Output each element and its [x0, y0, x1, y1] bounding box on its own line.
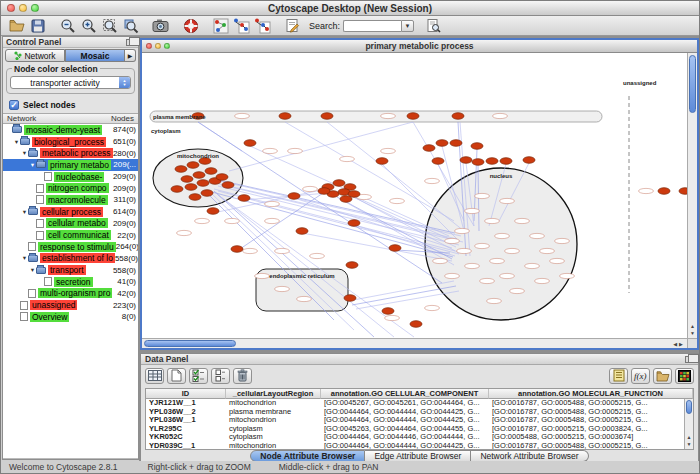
network-node[interactable] [181, 176, 193, 183]
network-node[interactable] [407, 113, 419, 120]
expand-arrow[interactable]: ▼ [13, 139, 20, 145]
table-cell[interactable]: [GO:0016787, GO:0005215, GO:0003824, G..… [489, 425, 693, 434]
tree-row-transport[interactable]: ▼transport558(0) [3, 264, 138, 276]
expand-arrow[interactable]: ▼ [21, 150, 28, 156]
tab-node-attribute-browser[interactable]: Node Attribute Browser [250, 450, 365, 462]
table-row[interactable]: YLR295Ccytoplasm[GO:0045263, GO:0044464,… [146, 425, 693, 434]
network-node[interactable] [382, 308, 394, 315]
network-node-label[interactable] [487, 298, 502, 303]
apply-layout-a-button[interactable] [231, 17, 252, 35]
network-node[interactable] [201, 190, 213, 197]
network-node[interactable] [348, 220, 360, 227]
network-overview-button[interactable] [210, 17, 231, 35]
table-cell[interactable]: [GO:0044464, GO:0044446, GO:0044444, G..… [321, 433, 489, 442]
network-node[interactable] [346, 262, 358, 269]
tree-row-macromolecule[interactable]: macromolecule311(0) [3, 194, 138, 206]
network-node-label[interactable] [265, 201, 280, 206]
network-zoom-button[interactable] [164, 43, 170, 49]
table-row[interactable]: YPL036W__2plasma membrane[GO:0044464, GO… [146, 408, 693, 417]
tree-row-mosaic-demo-yeast[interactable]: mosaic-demo-yeast874(0) [3, 124, 138, 136]
network-node-label[interactable] [560, 273, 575, 278]
attribute-form-button[interactable] [609, 368, 628, 384]
float-panel-icon[interactable] [126, 39, 135, 46]
network-node[interactable] [658, 188, 670, 195]
expand-arrow[interactable]: ▼ [21, 209, 28, 215]
tab-edge-attribute-browser[interactable]: Edge Attribute Browser [365, 450, 471, 462]
network-node-label[interactable] [555, 238, 570, 243]
network-horizontal-scrollbar[interactable]: ◀▶ [142, 338, 687, 348]
search-input[interactable] [343, 20, 401, 32]
table-cell[interactable]: YJR121W__1 [146, 399, 226, 408]
import-attributes-button[interactable] [653, 368, 672, 384]
horizontal-scroll-arrows[interactable]: ◀▶ [669, 339, 687, 348]
zoom-out-button[interactable] [57, 17, 78, 35]
network-node[interactable] [436, 140, 448, 147]
network-node[interactable] [189, 194, 201, 201]
open-file-button[interactable] [6, 17, 27, 35]
network-node-label[interactable] [445, 238, 460, 243]
tab-overflow-arrow[interactable]: ▶ [125, 49, 136, 62]
network-node-label[interactable] [455, 228, 470, 233]
tree-row-biological-process[interactable]: ▼biological_process651(0) [3, 136, 138, 148]
network-node[interactable] [187, 162, 199, 169]
data-panel-float-icon[interactable] [685, 356, 694, 363]
network-node-label[interactable] [639, 188, 654, 193]
table-vertical-scrollbar[interactable]: ▲▼ [684, 399, 693, 449]
network-node[interactable] [344, 295, 356, 302]
column-header[interactable]: _cellularLayoutRegion [226, 389, 321, 399]
select-nodes-checkbox[interactable]: ✓ [9, 100, 19, 110]
tree-row-cell-communicat[interactable]: cell communicat22(0) [3, 229, 138, 241]
table-cell[interactable]: [GO:0044464, GO:0044444, GO:0044425, G..… [321, 416, 489, 425]
table-cell[interactable]: plasma membrane [226, 408, 321, 417]
network-node-label[interactable] [195, 218, 210, 223]
tab-network-attribute-browser[interactable]: Network Attribute Browser [471, 450, 588, 462]
function-builder-button[interactable]: f(x) [631, 368, 650, 384]
network-node-label[interactable] [381, 113, 396, 118]
network-node[interactable] [193, 172, 205, 179]
network-node[interactable] [450, 140, 462, 147]
tree-row-cellular-process[interactable]: ▼cellular process614(0) [3, 206, 138, 218]
network-node[interactable] [175, 166, 187, 173]
annotation-button[interactable] [282, 17, 303, 35]
network-node-label[interactable] [385, 315, 400, 320]
network-node[interactable] [410, 321, 422, 328]
network-node-label[interactable] [297, 296, 312, 301]
network-node[interactable] [679, 188, 687, 195]
table-row[interactable]: YPL036W__1mitochondrion[GO:0044464, GO:0… [146, 416, 693, 425]
network-node[interactable] [452, 113, 464, 120]
network-node-label[interactable] [275, 248, 290, 253]
tree-row-nucleobase-[interactable]: nucleobase-209(0) [3, 171, 138, 183]
tree-row-metabolic-process[interactable]: ▼metabolic process280(0) [3, 147, 138, 159]
zoom-window-button[interactable] [31, 4, 39, 12]
network-node[interactable] [296, 228, 308, 235]
network-close-button[interactable] [146, 43, 152, 49]
tree-row-cellular-metabo[interactable]: cellular metabo209(0) [3, 218, 138, 230]
network-node-label[interactable] [525, 263, 540, 268]
network-node[interactable] [333, 180, 345, 187]
table-cell[interactable]: mitochondrion [226, 416, 321, 425]
select-attributes-button[interactable] [189, 368, 208, 384]
table-cell[interactable]: [GO:0045263, GO:0044464, GO:0044455, G..… [321, 425, 489, 434]
network-node-label[interactable] [475, 243, 490, 248]
tree-row-nitrogen-compo[interactable]: nitrogen compo209(0) [3, 182, 138, 194]
network-node-label[interactable] [505, 248, 520, 253]
network-node-label[interactable] [510, 288, 525, 293]
network-node[interactable] [207, 208, 219, 215]
network-node-label[interactable] [303, 186, 318, 191]
network-minimize-button[interactable] [155, 43, 161, 49]
advanced-search-button[interactable] [423, 17, 444, 35]
network-node-label[interactable] [255, 273, 270, 278]
network-node[interactable] [318, 188, 330, 195]
minimize-button[interactable] [19, 4, 27, 12]
save-session-button[interactable] [27, 17, 48, 35]
network-node-label[interactable] [465, 208, 480, 213]
network-node-label[interactable] [530, 233, 545, 238]
network-node-label[interactable] [500, 273, 515, 278]
vertical-scroll-arrows[interactable]: ▲▼ [688, 322, 697, 338]
network-node[interactable] [321, 113, 333, 120]
network-node[interactable] [238, 195, 250, 202]
search-dropdown-button[interactable]: ▼ [401, 20, 414, 32]
expand-arrow[interactable]: ▼ [21, 255, 28, 261]
network-node[interactable] [288, 193, 300, 200]
tree-row-secretion[interactable]: secretion41(0) [3, 276, 138, 288]
